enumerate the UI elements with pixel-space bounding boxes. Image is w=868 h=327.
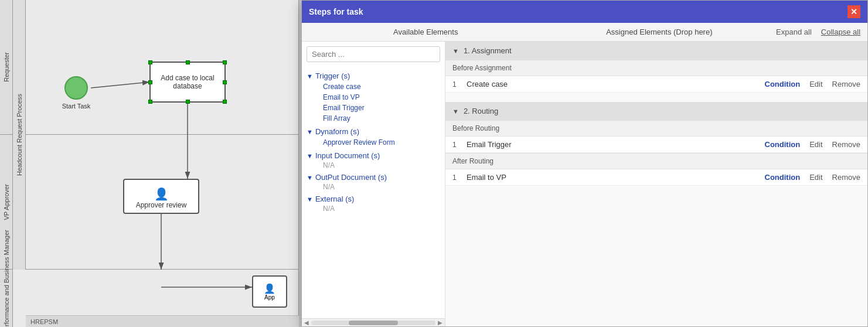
- output-doc-group-label: OutPut Document (s): [315, 173, 387, 182]
- start-node-label: Start Task: [56, 103, 97, 110]
- table-row: 1 Email to VP Condition Edit Remove: [445, 169, 867, 186]
- modal-close-button[interactable]: ✕: [847, 5, 860, 18]
- tree-group-trigger-header[interactable]: ▼ Trigger (s): [307, 70, 440, 81]
- app-label: App: [264, 294, 275, 301]
- row-text-email-trigger: Email Trigger: [467, 140, 760, 149]
- output-doc-na: N/A: [307, 183, 440, 191]
- bottom-label: HREPSM: [30, 318, 58, 325]
- tree-group-trigger: ▼ Trigger (s) Create case Email to VP Em…: [307, 69, 440, 125]
- search-input[interactable]: [307, 46, 440, 62]
- external-group-label: External (s): [315, 195, 354, 203]
- modal-title: Steps for task: [309, 7, 363, 16]
- tree-child-email-trigger[interactable]: Email Trigger: [307, 103, 440, 113]
- app-icon: 👤: [264, 283, 275, 294]
- approver-review-node[interactable]: 👤 Approver review: [123, 179, 199, 214]
- handle-tm: [186, 60, 190, 64]
- tree-group-external: ▼ External (s) N/A: [307, 192, 440, 214]
- condition-button-email-vp[interactable]: Condition: [765, 173, 801, 182]
- after-routing-label: After Routing: [452, 157, 493, 165]
- scrollbar-track[interactable]: [311, 321, 435, 325]
- lane-requester-label: Requester: [3, 52, 10, 82]
- input-doc-group-label: Input Document (s): [315, 151, 380, 160]
- diagram-area: Requester VP Approver Headcount Performa…: [0, 0, 299, 327]
- handle-bm: [186, 100, 190, 104]
- trigger-collapse-icon: ▼: [307, 73, 313, 80]
- assigned-elements-panel: ▼ 1. Assignment Before Assignment 1 Crea…: [445, 42, 867, 326]
- process-label: Headcount Request Process: [13, 0, 26, 270]
- tree-child-fill-array[interactable]: Fill Array: [307, 113, 440, 124]
- available-elements-panel: ▼ Trigger (s) Create case Email to VP Em…: [302, 42, 445, 326]
- assignment-arrow-icon: ▼: [452, 47, 459, 54]
- tree-child-approver-form[interactable]: Approver Review Form: [307, 137, 440, 148]
- add-case-node[interactable]: Add case to local database: [149, 62, 226, 103]
- tree-group-dynaform-header[interactable]: ▼ Dynaform (s): [307, 126, 440, 137]
- tree-group-output-doc: ▼ OutPut Document (s) N/A: [307, 171, 440, 192]
- before-assignment-label: Before Assignment: [452, 64, 512, 72]
- edit-button-create-case[interactable]: Edit: [809, 80, 822, 88]
- section-routing-header: ▼ 2. Routing: [445, 102, 867, 120]
- table-row: 1 Email Trigger Condition Edit Remove: [445, 137, 867, 153]
- process-label-text: Headcount Request Process: [16, 94, 23, 176]
- before-routing-header: Before Routing: [445, 120, 867, 137]
- row-num-email-vp: 1: [452, 173, 462, 182]
- routing-section-title: 2. Routing: [464, 107, 498, 115]
- scroll-right-arrow[interactable]: ▶: [438, 319, 442, 326]
- section-assignment-header: ▼ 1. Assignment: [445, 42, 867, 60]
- modal-subheader: Available Elements Assigned Elements (Dr…: [302, 23, 867, 42]
- handle-bl: [148, 100, 152, 104]
- modal-body: ▼ Trigger (s) Create case Email to VP Em…: [302, 42, 867, 326]
- tree-group-input-doc-header[interactable]: ▼ Input Document (s): [307, 150, 440, 161]
- input-doc-na: N/A: [307, 161, 440, 169]
- row-text-create-case: Create case: [467, 80, 760, 88]
- bottom-bar: HREPSM: [26, 315, 299, 327]
- approver-icon: 👤: [154, 187, 169, 201]
- tree-child-create-case[interactable]: Create case: [307, 81, 440, 92]
- condition-button-create-case[interactable]: Condition: [765, 80, 801, 88]
- before-assignment-header: Before Assignment: [445, 60, 867, 76]
- after-routing-header: After Routing: [445, 153, 867, 169]
- handle-tr: [223, 60, 227, 64]
- lane-headcount-label: Headcount Performance and Business Manag…: [3, 230, 10, 327]
- expand-all-link[interactable]: Expand all: [776, 28, 812, 36]
- row-num-email-trigger: 1: [452, 141, 462, 149]
- tree-group-input-doc: ▼ Input Document (s) N/A: [307, 149, 440, 171]
- app-bottom-node[interactable]: 👤 App: [252, 275, 287, 308]
- handle-ml: [148, 80, 152, 84]
- row-text-email-vp: Email to VP: [467, 173, 760, 182]
- remove-button-email-vp[interactable]: Remove: [832, 173, 860, 182]
- edit-button-email-vp[interactable]: Edit: [809, 173, 822, 182]
- dynaform-collapse-icon: ▼: [307, 128, 313, 135]
- available-elements-label: Available Elements: [309, 28, 543, 36]
- tree-child-email-vp[interactable]: Email to VP: [307, 92, 440, 103]
- lane-requester-header: Requester: [0, 0, 13, 134]
- lane-vp-label: VP Approver: [3, 184, 10, 220]
- left-panel-scrollbar[interactable]: ◀ ▶: [302, 318, 445, 326]
- remove-button-email-trigger[interactable]: Remove: [832, 140, 860, 149]
- steps-for-task-modal: Steps for task ✕ Available Elements Assi…: [301, 0, 868, 327]
- tree-group-output-doc-header[interactable]: ▼ OutPut Document (s): [307, 172, 440, 183]
- scroll-left-arrow[interactable]: ◀: [304, 319, 309, 326]
- table-row: 1 Create case Condition Edit Remove: [445, 76, 867, 93]
- assigned-elements-label: Assigned Elements (Drop here): [543, 28, 777, 36]
- tree-group-external-header[interactable]: ▼ External (s): [307, 193, 440, 205]
- handle-mr: [223, 80, 227, 84]
- subheader-actions: Expand all Collapse all: [776, 28, 860, 36]
- spacer-1: [445, 93, 867, 102]
- external-na: N/A: [307, 205, 440, 213]
- routing-arrow-icon: ▼: [452, 108, 459, 115]
- trigger-group-label: Trigger (s): [315, 71, 350, 80]
- assignment-section-title: 1. Assignment: [464, 46, 512, 55]
- start-node: [64, 76, 88, 100]
- remove-button-create-case[interactable]: Remove: [832, 80, 860, 88]
- scrollbar-thumb[interactable]: [349, 321, 399, 325]
- add-case-label: Add case to local database: [151, 74, 224, 90]
- elements-tree: ▼ Trigger (s) Create case Email to VP Em…: [302, 67, 445, 318]
- collapse-all-link[interactable]: Collapse all: [821, 28, 860, 36]
- handle-tl: [148, 60, 152, 64]
- before-routing-label: Before Routing: [452, 124, 499, 132]
- tree-group-dynaform: ▼ Dynaform (s) Approver Review Form: [307, 125, 440, 149]
- edit-button-email-trigger[interactable]: Edit: [809, 140, 822, 149]
- modal-header: Steps for task ✕: [302, 1, 867, 23]
- output-doc-collapse-icon: ▼: [307, 174, 313, 181]
- condition-button-email-trigger[interactable]: Condition: [765, 140, 801, 149]
